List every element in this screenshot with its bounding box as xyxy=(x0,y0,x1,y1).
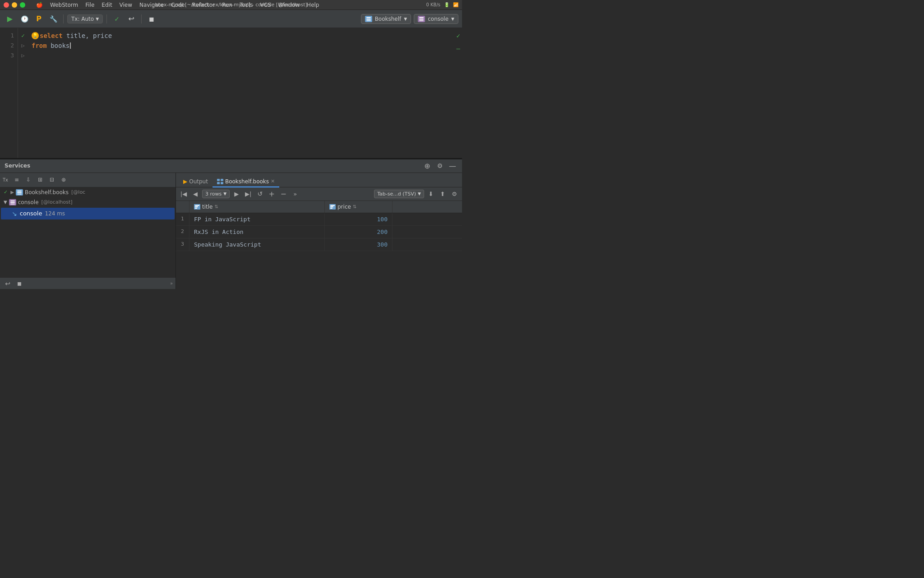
lightbulb-icon[interactable]: 💡 xyxy=(32,32,39,39)
console-run-icon: ↘ xyxy=(12,210,17,217)
fold-icon-2[interactable]: ▷ xyxy=(22,53,25,58)
collapse-arrow-icon[interactable]: ▼ xyxy=(4,200,7,205)
fold-icon[interactable]: ▷ xyxy=(22,43,25,48)
filter-down-icon[interactable]: ⇩ xyxy=(23,175,33,185)
svg-rect-3 xyxy=(419,17,424,18)
tab-bookshelf-books[interactable]: Bookshelf.books ✕ xyxy=(213,177,279,187)
maximize-button[interactable] xyxy=(20,2,25,8)
svg-rect-15 xyxy=(221,182,223,184)
svg-rect-11 xyxy=(10,204,15,205)
stop-action-btn[interactable]: ◼ xyxy=(14,279,24,289)
filter-icon[interactable]: ≡ xyxy=(12,175,22,185)
next-page-icon[interactable]: ▶ xyxy=(231,189,241,199)
separator-1 xyxy=(63,14,64,23)
svg-rect-8 xyxy=(17,194,22,195)
add-service-btn[interactable]: ⊕ xyxy=(59,175,69,185)
close-button[interactable] xyxy=(4,2,9,8)
gutter-fold-2[interactable]: ▷ xyxy=(18,51,28,61)
cell-title-1[interactable]: FP in JavaScript xyxy=(189,213,325,225)
grid-icon[interactable]: ⊞ xyxy=(35,175,45,185)
tsv-dropdown[interactable]: Tab-se...d (TSV) ▼ xyxy=(374,190,424,198)
settings-service-icon[interactable]: ⚙ xyxy=(435,161,445,171)
results-toolbar: |◀ ◀ 3 rows ▼ ▶ ▶| ↺ + − » Tab-se...d (T… xyxy=(176,187,462,201)
import-icon[interactable]: ⬆ xyxy=(438,189,448,199)
table-row: 3 Speaking JavaScript 300 xyxy=(176,238,462,251)
settings-button[interactable]: 🔧 xyxy=(47,13,60,25)
keyword-from: from xyxy=(32,41,47,51)
add-row-icon[interactable]: + xyxy=(267,189,277,199)
editor-content[interactable]: 💡select title, price from books ✓ — xyxy=(28,28,462,158)
service-item-console[interactable]: ▼ console [@localhost] xyxy=(0,197,176,207)
services-list: ✓ ▶ Bookshelf.books [@loc ▼ xyxy=(0,187,176,278)
run-button[interactable]: ▶ xyxy=(4,13,16,25)
tx-dropdown[interactable]: Tx: Auto ▼ xyxy=(67,14,103,23)
more-options-icon[interactable]: » xyxy=(290,189,300,199)
console-session-label: console xyxy=(20,210,42,217)
svg-rect-19 xyxy=(330,205,335,206)
menu-apple[interactable]: 🍎 xyxy=(36,2,43,8)
cell-price-2[interactable]: 200 xyxy=(325,226,393,238)
revert-button[interactable]: ↩ xyxy=(125,13,138,25)
services-bottom-bar: ↩ ◼ » xyxy=(0,277,176,289)
tx-small-label: Tx xyxy=(3,177,8,182)
menu-view[interactable]: View xyxy=(120,2,132,8)
last-page-icon[interactable]: ▶| xyxy=(243,189,253,199)
svg-rect-14 xyxy=(217,182,220,184)
svg-rect-13 xyxy=(221,179,223,181)
services-toolbar: Tx ≡ ⇩ ⊞ ⊟ ⊕ xyxy=(0,173,176,187)
remove-row-icon[interactable]: − xyxy=(278,189,288,199)
schema-selector[interactable]: Bookshelf ▼ xyxy=(361,14,411,24)
services-title: Services xyxy=(5,163,30,169)
schema-chevron-icon: ▼ xyxy=(404,17,407,21)
prev-page-icon[interactable]: ◀ xyxy=(190,189,200,199)
editor-area[interactable]: 1 2 3 ✓ ▷ ▷ 💡select title, price from bo… xyxy=(0,28,462,158)
params-button[interactable]: P xyxy=(32,13,45,25)
tab-output[interactable]: ▶ Output xyxy=(179,177,213,187)
console-chevron-icon: ▼ xyxy=(451,17,454,21)
services-header-actions: ⊕ ⚙ — xyxy=(422,161,457,171)
cell-title-2[interactable]: RxJS in Action xyxy=(189,226,325,238)
col-header-title[interactable]: title ⇅ xyxy=(189,201,325,213)
menu-edit[interactable]: Edit xyxy=(102,2,112,8)
pin-icon[interactable]: ⊟ xyxy=(47,175,57,185)
row-num-1: 1 xyxy=(176,213,189,225)
history-button[interactable]: 🕐 xyxy=(18,13,31,25)
add-service-icon[interactable]: ⊕ xyxy=(422,161,432,171)
service-item-bookshelf[interactable]: ✓ ▶ Bookshelf.books [@loc xyxy=(0,187,176,197)
db-schema-icon xyxy=(16,189,23,196)
col-header-price[interactable]: price ⇅ xyxy=(325,201,393,213)
undo-action-btn[interactable]: ↩ xyxy=(3,279,13,289)
gutter-fold-1[interactable]: ▷ xyxy=(18,41,28,51)
export-icon[interactable]: ⬇ xyxy=(426,189,436,199)
sort-icon-price[interactable]: ⇅ xyxy=(353,204,356,209)
menu-webstorm[interactable]: WebStorm xyxy=(50,2,78,8)
rows-dropdown[interactable]: 3 rows ▼ xyxy=(202,190,230,198)
apply-button[interactable]: ✓ xyxy=(111,13,123,25)
console-active-session[interactable]: ↘ console 124 ms xyxy=(1,208,175,219)
cell-price-1[interactable]: 100 xyxy=(325,213,393,225)
bookshelf-host-label: [@loc xyxy=(71,189,85,195)
svg-rect-9 xyxy=(10,200,15,201)
svg-rect-2 xyxy=(366,20,371,21)
svg-rect-21 xyxy=(330,208,333,209)
expand-more-icon[interactable]: » xyxy=(170,281,173,286)
sort-icon-title[interactable]: ⇅ xyxy=(214,204,218,209)
menu-help[interactable]: Help xyxy=(307,2,319,8)
tab-close-icon[interactable]: ✕ xyxy=(271,178,275,184)
separator-2 xyxy=(106,14,107,23)
expand-arrow-icon[interactable]: ▶ xyxy=(10,190,14,195)
console-selector[interactable]: console ▼ xyxy=(414,14,458,24)
grid-settings-icon[interactable]: ⚙ xyxy=(449,189,459,199)
data-grid[interactable]: title ⇅ price ⇅ 1 xyxy=(176,201,462,289)
cell-price-3[interactable]: 300 xyxy=(325,238,393,251)
first-page-icon[interactable]: |◀ xyxy=(179,189,189,199)
minimize-button[interactable] xyxy=(12,2,17,8)
stop-button[interactable]: ◼ xyxy=(145,13,158,25)
close-service-icon[interactable]: — xyxy=(448,161,457,171)
menu-file[interactable]: File xyxy=(85,2,94,8)
cell-title-3[interactable]: Speaking JavaScript xyxy=(189,238,325,251)
refresh-icon[interactable]: ↺ xyxy=(255,189,265,199)
cursor xyxy=(70,42,71,49)
svg-rect-5 xyxy=(419,20,424,21)
line-number-2: 2 xyxy=(0,41,14,51)
